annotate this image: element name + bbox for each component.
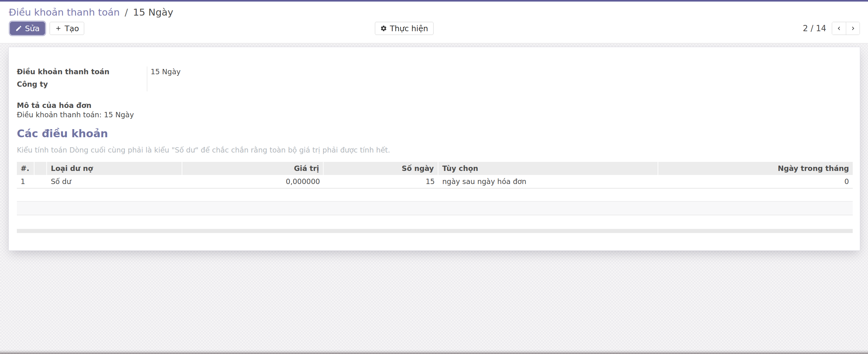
column-header-option[interactable]: Tùy chọn [438, 162, 658, 175]
invoice-description-label: Mô tả của hóa đơn [17, 101, 852, 110]
plus-icon [55, 25, 62, 32]
cell-handle [35, 175, 47, 188]
chevron-left-icon [836, 25, 842, 32]
control-panel: Điều khoản thanh toán / 15 Ngày Sửa Tạo [0, 2, 868, 43]
pager: 2 / 14 [803, 22, 860, 35]
field-group: Điều khoản thanh toán 15 Ngày Công ty [17, 66, 852, 91]
button-toolbar: Sửa Tạo Thực hiện 2 / 14 [9, 22, 860, 37]
breadcrumb-separator: / [123, 6, 130, 18]
chevron-right-icon [849, 25, 857, 32]
pager-buttons [832, 22, 860, 35]
edit-button[interactable]: Sửa [10, 22, 45, 35]
form-sheet: Điều khoản thanh toán 15 Ngày Công ty Mô… [8, 47, 860, 251]
column-header-handle [35, 162, 47, 175]
column-header-number[interactable]: #. [17, 162, 35, 175]
pager-prev-button[interactable] [832, 22, 846, 35]
breadcrumb: Điều khoản thanh toán / 15 Ngày [9, 6, 860, 18]
section-title-terms: Các điều khoản [17, 127, 852, 140]
pager-value[interactable]: 2 / 14 [803, 24, 826, 33]
empty-row [17, 215, 853, 228]
column-header-days[interactable]: Số ngày [324, 162, 438, 175]
action-button[interactable]: Thực hiện [375, 22, 434, 35]
page: Điều khoản thanh toán / 15 Ngày Sửa Tạo [0, 0, 868, 354]
gear-icon [380, 25, 387, 32]
section-hint: Kiểu tính toán Dòng cuối cùng phải là ki… [17, 146, 852, 154]
breadcrumb-current: 15 Ngày [133, 6, 174, 18]
field-label-payment-terms: Điều khoản thanh toán [17, 66, 147, 79]
action-button-label: Thực hiện [390, 24, 428, 33]
bottom-edge-shade [0, 350, 868, 354]
empty-striped-row [17, 201, 853, 215]
create-button[interactable]: Tạo [50, 22, 84, 35]
column-header-debit-type[interactable]: Loại dư nợ [47, 162, 182, 175]
create-button-label: Tạo [65, 24, 79, 33]
cell-days: 15 [324, 175, 438, 188]
cell-debit-type: Số dư [47, 175, 182, 188]
column-header-value[interactable]: Giá trị [182, 162, 324, 175]
horizontal-scrollbar[interactable] [17, 229, 853, 233]
breadcrumb-link-payment-terms[interactable]: Điều khoản thanh toán [9, 6, 120, 18]
empty-row [17, 188, 853, 201]
pencil-icon [15, 25, 22, 32]
field-label-company: Công ty [17, 79, 147, 91]
field-value-payment-terms: 15 Ngày [147, 66, 365, 79]
edit-button-label: Sửa [25, 24, 40, 33]
table-row[interactable]: 1 Số dư 0,000000 15 ngày sau ngày hóa đơ… [17, 175, 853, 188]
cell-day-of-month: 0 [658, 175, 853, 188]
pager-next-button[interactable] [846, 22, 860, 35]
invoice-description-value: Điều khoản thanh toán: 15 Ngày [17, 110, 852, 120]
cell-option: ngày sau ngày hóa đơn [438, 175, 658, 188]
terms-table: #. Loại dư nợ Giá trị Số ngày Tùy chọn N… [17, 162, 853, 228]
invoice-description-block: Mô tả của hóa đơn Điều khoản thanh toán:… [17, 101, 852, 120]
table-header-row: #. Loại dư nợ Giá trị Số ngày Tùy chọn N… [17, 162, 853, 175]
field-value-company [147, 79, 365, 91]
cell-value: 0,000000 [182, 175, 324, 188]
column-header-day-of-month[interactable]: Ngày trong tháng [658, 162, 853, 175]
cell-number: 1 [17, 175, 35, 188]
